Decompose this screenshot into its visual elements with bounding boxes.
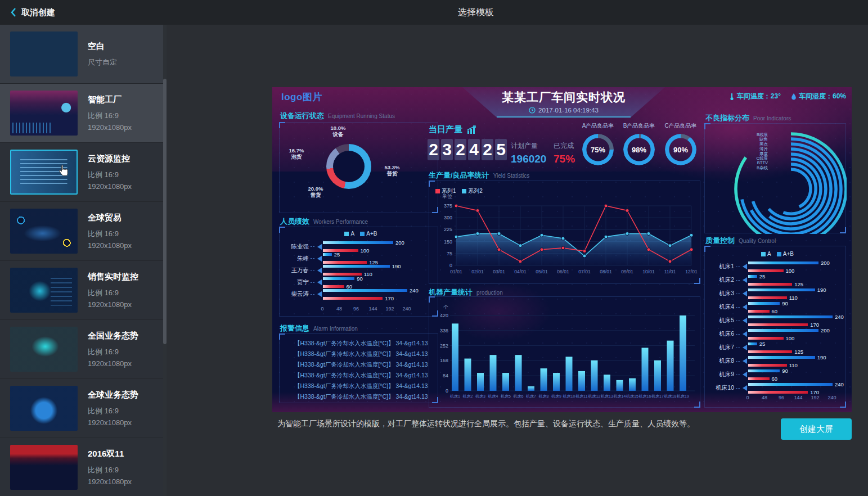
svg-text:机床6: 机床6 xyxy=(514,394,524,399)
svg-text:机床4: 机床4 xyxy=(488,394,498,399)
indicators-panel: B线痕缺角黑点薄片厚度C线痕BTTVB杂线 xyxy=(704,123,846,233)
workers-legend: A A+B xyxy=(280,231,438,237)
droplet-icon xyxy=(791,93,797,100)
svg-text:机床14: 机床14 xyxy=(614,394,626,399)
template-resolution: 1920x1080px xyxy=(88,418,138,427)
svg-text:B杂线: B杂线 xyxy=(757,165,768,170)
template-info: 空白尺寸自定 xyxy=(88,41,117,67)
template-resolution: 1920x1080px xyxy=(88,477,132,486)
temperature-badge: 车间温度：23° xyxy=(729,92,781,101)
counter-digit: 5 xyxy=(495,139,507,160)
alarm-row: 【H338-&gt厂务冷却水入水温度[°C]】 34-&gt14.13 xyxy=(294,391,438,402)
indicators-panel-title: 不良指标分布Poor Indicators xyxy=(705,113,791,123)
template-resolution: 1920x1080px xyxy=(88,359,138,368)
svg-text:机床7: 机床7 xyxy=(526,394,536,399)
template-list-item[interactable]: 云资源监控比例 16:91920x1080px xyxy=(0,143,167,202)
workers-bars: 陈业强200100朱峰25125王万春190110贾宁9060柴云涛240170 xyxy=(283,241,435,300)
svg-text:168: 168 xyxy=(440,358,448,363)
alarm-row: 【H338-&gt厂务冷却水入水温度[°C]】 34-&gt14.13 xyxy=(294,381,438,391)
svg-text:01/01: 01/01 xyxy=(450,269,462,274)
create-screen-button[interactable]: 创建大屏 xyxy=(781,418,852,440)
svg-text:机床10: 机床10 xyxy=(563,394,575,399)
template-sidebar: 空白尺寸自定智能工厂比例 16:91920x1080px云资源监控比例 16:9… xyxy=(0,25,167,496)
donut-slice-label: 16.7%泡货 xyxy=(281,147,312,160)
template-thumbnail xyxy=(10,91,78,136)
svg-text:225: 225 xyxy=(444,227,452,232)
svg-text:05/01: 05/01 xyxy=(536,269,548,274)
template-ratio: 尺寸自定 xyxy=(88,57,117,67)
legend-chip-ab xyxy=(777,252,781,256)
hbar-row: 贾宁9060 xyxy=(283,277,435,288)
legend-chip-series2 xyxy=(462,189,466,193)
svg-text:06/01: 06/01 xyxy=(557,269,569,274)
dashboard-header: 某某工厂车间实时状况 2017-01-16 04:19:43 xyxy=(462,87,665,118)
svg-text:机床12: 机床12 xyxy=(588,394,601,399)
template-name: 2016双11 xyxy=(88,449,132,459)
template-list-item[interactable]: 全国业务态势比例 16:91920x1080px xyxy=(0,320,167,379)
yield-line-chart: 375300225150750单位01/0102/0103/0104/0105/… xyxy=(429,181,701,285)
trend-chart-icon xyxy=(466,125,479,134)
quality-axis: 04896144192240 xyxy=(748,395,838,402)
humidity-badge: 车间湿度：60% xyxy=(791,92,846,101)
yield-panel-title: 生产量/良品率统计Yield Statistics xyxy=(429,170,529,181)
dashboard-preview: logo图片 某某工厂车间实时状况 2017-01-16 04:19:43 车间… xyxy=(272,87,852,412)
daily-output-counter: 232425 xyxy=(428,139,507,160)
template-list-item[interactable]: 空白尺寸自定 xyxy=(0,25,167,84)
hbar-row: 机床8190110 xyxy=(708,354,844,368)
template-picker-page: 取消创建 选择模板 空白尺寸自定智能工厂比例 16:91920x1080px云资… xyxy=(0,0,868,496)
svg-text:150: 150 xyxy=(444,239,452,245)
production-panel: 420336252168840个机床1机床2机床3机床4机床5机床6机床7机床8… xyxy=(429,296,700,408)
template-list-item[interactable]: 2016双11比例 16:91920x1080px xyxy=(0,438,167,496)
template-info: 销售实时监控比例 16:91920x1080px xyxy=(88,272,138,309)
template-list-item[interactable]: 全球业务态势比例 16:91920x1080px xyxy=(0,379,167,438)
production-bar-chart: 420336252168840个机床1机床2机床3机床4机床5机床6机床7机床8… xyxy=(429,297,701,408)
legend-chip-series1 xyxy=(435,189,440,193)
svg-text:机床19: 机床19 xyxy=(677,394,689,399)
svg-text:300: 300 xyxy=(444,215,452,220)
legend-chip-a xyxy=(761,252,766,256)
template-name: 云资源监控 xyxy=(88,154,132,164)
counter-digit: 2 xyxy=(455,139,466,160)
template-description: 为智能工厂场景所设计的模版，对工厂整体运转状况进行全局展示。包括产量、设备运行状… xyxy=(277,419,772,429)
template-ratio: 比例 16:9 xyxy=(88,465,132,475)
svg-text:机床11: 机床11 xyxy=(575,394,587,399)
svg-text:336: 336 xyxy=(440,328,448,333)
template-list-item[interactable]: 智能工厂比例 16:91920x1080px xyxy=(0,84,167,143)
template-resolution: 1920x1080px xyxy=(88,300,138,309)
alarm-list: 【H338-&gt厂务冷却水入水温度[°C]】 34-&gt14.13【H338… xyxy=(294,338,438,402)
template-ratio: 比例 16:9 xyxy=(88,170,132,180)
quality-panel: A A+B 机床1200100机床225125机床3190110机床49060机… xyxy=(704,246,846,408)
template-info: 智能工厂比例 16:91920x1080px xyxy=(88,94,132,132)
scrollbar xyxy=(163,25,167,496)
svg-text:03/01: 03/01 xyxy=(493,269,505,274)
template-thumbnail xyxy=(10,327,78,372)
template-name: 全球贸易 xyxy=(88,213,132,223)
template-list-item[interactable]: 全球贸易比例 16:91920x1080px xyxy=(0,202,167,261)
svg-text:机床16: 机床16 xyxy=(639,394,651,399)
template-list-item[interactable]: 销售实时监控比例 16:91920x1080px xyxy=(0,261,167,320)
quality-legend: A A+B xyxy=(705,251,845,257)
yield-gauge: C产品良品率90% xyxy=(659,122,703,165)
svg-text:机床17: 机床17 xyxy=(651,394,664,399)
cancel-create-button[interactable]: 取消创建 xyxy=(10,0,55,25)
template-ratio: 比例 16:9 xyxy=(88,229,132,239)
svg-text:12/01: 12/01 xyxy=(685,269,698,274)
dashboard-title: 某某工厂车间实时状况 xyxy=(462,89,665,105)
scrollbar-thumb[interactable] xyxy=(163,79,167,344)
template-info: 全球业务态势比例 16:91920x1080px xyxy=(88,390,138,427)
template-info: 云资源监控比例 16:91920x1080px xyxy=(88,154,132,191)
svg-text:机床2: 机床2 xyxy=(463,394,473,399)
svg-text:机床3: 机床3 xyxy=(475,394,485,399)
template-ratio: 比例 16:9 xyxy=(88,288,138,298)
yield-panel: 375300225150750单位01/0102/0103/0104/0105/… xyxy=(429,181,700,284)
counter-digit: 4 xyxy=(468,139,480,160)
hbar-row: 机床1200100 xyxy=(708,260,844,273)
clock-icon xyxy=(529,107,536,114)
svg-text:机床5: 机床5 xyxy=(501,394,511,399)
yield-gauge: A产品良品率75% xyxy=(576,122,620,165)
template-resolution: 1920x1080px xyxy=(88,182,132,191)
yield-gauge: B产品良品率98% xyxy=(617,122,661,165)
svg-text:10/01: 10/01 xyxy=(642,269,655,274)
counter-digit: 2 xyxy=(428,139,439,160)
svg-text:机床15: 机床15 xyxy=(626,394,638,399)
